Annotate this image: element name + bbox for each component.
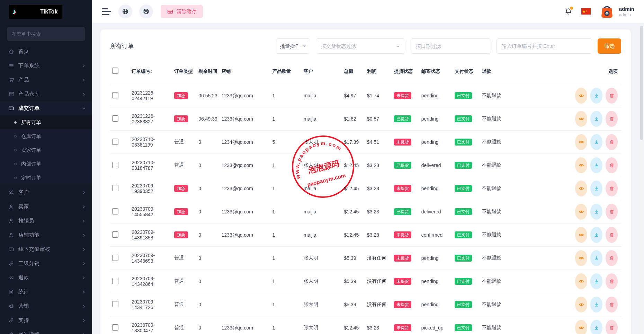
sidebar-item-deal-orders[interactable]: 成交订单 [0, 101, 92, 115]
download-order-button[interactable] [590, 273, 602, 289]
download-order-button[interactable] [590, 250, 602, 266]
order-number-input[interactable] [497, 38, 592, 54]
view-order-button[interactable] [575, 227, 587, 243]
sidebar-subitem[interactable]: 仓库订单 [0, 129, 92, 143]
sidebar-item[interactable]: 三级分销 [0, 256, 92, 271]
pickup-status-badge: 未提货 [394, 301, 411, 308]
table-row: 20230710-03381199 普通 0 1234@qq.com 5 张大明… [110, 131, 621, 154]
sidebar-item[interactable]: 客户 [0, 185, 92, 200]
download-order-button[interactable] [590, 227, 602, 243]
bulk-actions-dropdown[interactable]: 批量操作 [276, 38, 310, 54]
view-order-button[interactable] [575, 88, 587, 104]
remaining-time-cell: 0 [196, 200, 219, 223]
sidebar-item[interactable]: 线下充值审核 [0, 242, 92, 256]
sidebar-item[interactable]: 网站设置 [0, 327, 92, 334]
sidebar-item-label: 成交订单 [18, 105, 82, 112]
row-checkbox[interactable] [112, 92, 118, 98]
sidebar-item[interactable]: 店铺功能 [0, 228, 92, 242]
app-logo[interactable]: ♪♪♪ SHOPTikTok [9, 5, 62, 19]
row-checkbox[interactable] [112, 278, 118, 284]
download-order-button[interactable] [590, 88, 602, 104]
sidebar-item[interactable]: 统计 [0, 285, 92, 299]
select-all-checkbox[interactable] [112, 68, 118, 74]
sidebar-item[interactable]: 退款 [0, 271, 92, 285]
view-order-button[interactable] [575, 204, 587, 220]
row-checkbox[interactable] [112, 301, 118, 307]
remaining-time-cell: 06:55:23 [196, 84, 219, 107]
delivery-status-select[interactable]: 按交货状态过滤 [316, 38, 405, 54]
scrollbar-thumb[interactable] [640, 26, 643, 140]
download-order-button[interactable] [590, 320, 602, 334]
row-checkbox[interactable] [112, 139, 118, 145]
store-cell [220, 247, 270, 270]
sidebar-item[interactable]: 营销 [0, 299, 92, 313]
delete-order-button[interactable] [606, 157, 618, 173]
sidebar-item[interactable]: 推销员 [0, 214, 92, 228]
download-order-button[interactable] [590, 134, 602, 150]
notifications-button[interactable] [564, 8, 572, 16]
total-cell: $12.45 [342, 154, 365, 177]
delete-order-button[interactable] [606, 273, 618, 289]
user-menu[interactable]: admin admin [599, 3, 634, 19]
download-order-button[interactable] [590, 181, 602, 196]
refund-cell: 不能退款 [480, 316, 562, 334]
remaining-time-cell: 0 [196, 316, 219, 334]
sidebar-item[interactable]: 产品仓库 [0, 87, 92, 101]
row-checkbox[interactable] [112, 115, 118, 122]
refund-cell: 不能退款 [480, 177, 562, 200]
row-checkbox[interactable] [112, 185, 118, 191]
delete-order-button[interactable] [606, 204, 618, 220]
view-order-button[interactable] [575, 250, 587, 266]
refund-cell: 不能退款 [480, 293, 562, 316]
download-order-button[interactable] [590, 297, 602, 313]
sidebar-subitem[interactable]: 卖家订单 [0, 143, 92, 157]
sidebar-subitem[interactable]: 所有订单 [0, 115, 92, 129]
view-order-button[interactable] [575, 181, 587, 196]
sidebar-item[interactable]: 产品 [0, 73, 92, 87]
sidebar-item[interactable]: 首页 [0, 44, 92, 59]
sidebar-item[interactable]: 下单系统 [0, 59, 92, 73]
row-checkbox[interactable] [112, 208, 118, 214]
view-order-button[interactable] [575, 320, 587, 334]
download-icon [594, 93, 599, 98]
filter-submit-button[interactable]: 筛选 [598, 38, 621, 54]
delete-order-button[interactable] [606, 88, 618, 104]
download-order-button[interactable] [590, 204, 602, 220]
row-checkbox[interactable] [112, 162, 118, 168]
download-order-button[interactable] [590, 111, 602, 127]
pay-status-badge: 已支付 [455, 92, 472, 99]
scrollbar-track[interactable] [639, 23, 644, 334]
view-order-button[interactable] [575, 157, 587, 173]
print-button[interactable] [139, 5, 153, 18]
menu-search-input[interactable] [7, 27, 85, 41]
chevron-right-icon [82, 276, 86, 280]
view-order-button[interactable] [575, 111, 587, 127]
clear-cache-button[interactable]: 清除缓存 [161, 5, 203, 18]
view-order-button[interactable] [575, 297, 587, 313]
row-checkbox[interactable] [112, 324, 118, 331]
row-checkbox[interactable] [112, 231, 118, 238]
language-globe-button[interactable] [118, 5, 132, 18]
row-checkbox[interactable] [112, 255, 118, 261]
delete-order-button[interactable] [606, 250, 618, 266]
chevron-down-icon [396, 44, 400, 48]
date-filter-input[interactable] [411, 38, 491, 54]
sidebar-subitem-label: 内部订单 [21, 161, 41, 167]
delete-order-button[interactable] [606, 297, 618, 313]
remaining-time-cell: 0 [196, 270, 219, 293]
menu-toggle-button[interactable] [102, 8, 111, 15]
view-order-button[interactable] [575, 134, 587, 150]
delete-order-button[interactable] [606, 320, 618, 334]
language-flag-china[interactable]: ★ ★ ★ [581, 8, 591, 15]
sidebar-subitem[interactable]: 内部订单 [0, 157, 92, 171]
delete-order-button[interactable] [606, 111, 618, 127]
delete-order-button[interactable] [606, 134, 618, 150]
download-order-button[interactable] [590, 157, 602, 173]
view-order-button[interactable] [575, 273, 587, 289]
sidebar-item[interactable]: 支持 [0, 313, 92, 327]
delete-order-button[interactable] [606, 227, 618, 243]
sidebar-item[interactable]: 卖家 [0, 200, 92, 214]
delete-order-button[interactable] [606, 181, 618, 196]
sidebar-subitem[interactable]: 定时订单 [0, 171, 92, 185]
bullet-icon [14, 135, 17, 138]
